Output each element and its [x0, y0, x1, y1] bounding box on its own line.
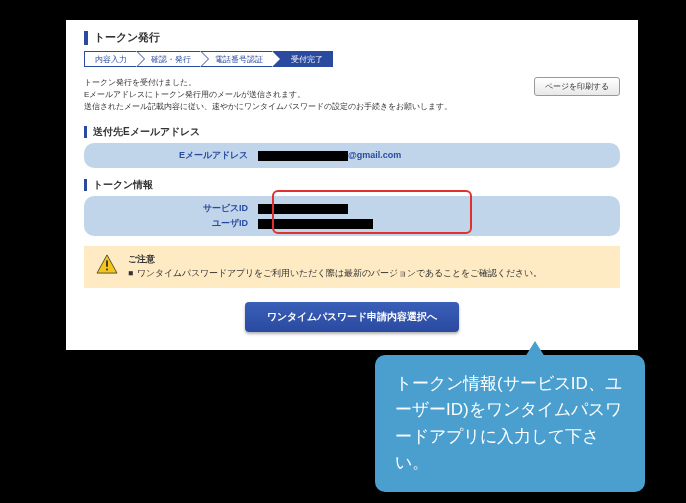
- token-issue-page: トークン発行 内容入力 確認・発行 電話番号認証 受付完了 トークン発行を受付け…: [66, 20, 638, 350]
- token-info-wrap: サービスID ユーザID: [84, 196, 620, 236]
- warning-text: ご注意 ■ ワンタイムパスワードアプリをご利用いただく際は最新のバージョンである…: [128, 254, 542, 280]
- desc-line-3: 送信されたメール記載内容に従い、速やかにワンタイムパスワードの設定のお手続きをお…: [84, 101, 452, 113]
- desc-line-1: トークン発行を受付けました。: [84, 77, 452, 89]
- user-id-value: [258, 218, 606, 229]
- step-1: 内容入力: [84, 51, 137, 67]
- token-info-box: サービスID ユーザID: [84, 196, 620, 236]
- warning-bullet-mark: ■: [128, 268, 133, 280]
- email-info-box: Eメールアドレス @gmail.com: [84, 143, 620, 168]
- page-title-text: トークン発行: [94, 30, 160, 45]
- email-row: Eメールアドレス @gmail.com: [98, 148, 606, 163]
- email-value: @gmail.com: [258, 150, 606, 161]
- print-page-button[interactable]: ページを印刷する: [534, 77, 620, 96]
- token-section-title: トークン情報: [93, 178, 153, 192]
- email-section-title: 送付先Eメールアドレス: [93, 125, 200, 139]
- email-suffix: @gmail.com: [348, 150, 401, 160]
- description-text: トークン発行を受付けました。 Eメールアドレスにトークン発行用のメールが送信され…: [84, 77, 452, 113]
- svg-rect-1: [106, 260, 108, 266]
- svg-rect-2: [106, 269, 108, 271]
- goto-otp-selection-button[interactable]: ワンタイムパスワード申請内容選択へ: [245, 302, 459, 332]
- user-id-label: ユーザID: [98, 217, 258, 230]
- service-id-label: サービスID: [98, 202, 258, 215]
- step-2: 確認・発行: [137, 51, 201, 67]
- desc-line-2: Eメールアドレスにトークン発行用のメールが送信されます。: [84, 89, 452, 101]
- warning-title: ご注意: [128, 254, 542, 266]
- email-label: Eメールアドレス: [98, 149, 258, 162]
- redacted-email-local: [258, 151, 348, 161]
- page-title: トークン発行: [84, 30, 620, 45]
- warning-bullet: ■ ワンタイムパスワードアプリをご利用いただく際は最新のバージョンであることをご…: [128, 268, 542, 280]
- warning-box: ご注意 ■ ワンタイムパスワードアプリをご利用いただく際は最新のバージョンである…: [84, 246, 620, 288]
- warning-icon: [96, 254, 118, 278]
- step-4-active: 受付完了: [273, 51, 333, 67]
- progress-steps: 内容入力 確認・発行 電話番号認証 受付完了: [84, 51, 620, 67]
- instruction-callout: トークン情報(サービスID、ユーザーID)をワンタイムパスワードアプリに入力して…: [375, 355, 645, 492]
- service-id-row: サービスID: [98, 201, 606, 216]
- step-3: 電話番号認証: [201, 51, 273, 67]
- action-row: ワンタイムパスワード申請内容選択へ: [84, 302, 620, 332]
- service-id-value: [258, 203, 606, 214]
- callout-text: トークン情報(サービスID、ユーザーID)をワンタイムパスワードアプリに入力して…: [395, 374, 622, 472]
- redacted-service-id: [258, 204, 348, 214]
- title-accent-bar: [84, 31, 88, 45]
- description-row: トークン発行を受付けました。 Eメールアドレスにトークン発行用のメールが送信され…: [84, 77, 620, 113]
- redacted-user-id: [258, 219, 373, 229]
- section-accent-bar: [84, 126, 87, 138]
- email-section-header: 送付先Eメールアドレス: [84, 125, 620, 139]
- user-id-row: ユーザID: [98, 216, 606, 231]
- section-accent-bar: [84, 179, 87, 191]
- warning-line: ワンタイムパスワードアプリをご利用いただく際は最新のバージョンであることをご確認…: [137, 268, 542, 280]
- token-section-header: トークン情報: [84, 178, 620, 192]
